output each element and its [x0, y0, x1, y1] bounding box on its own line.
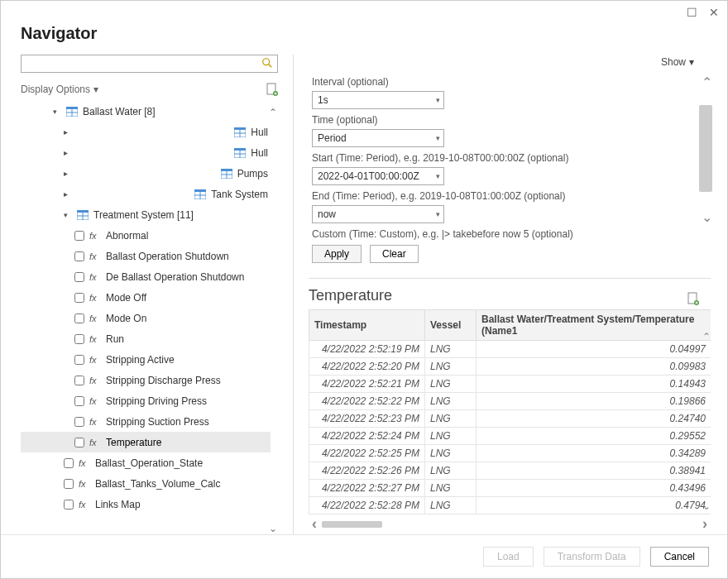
expand-icon[interactable]	[64, 189, 189, 199]
expand-icon[interactable]	[64, 148, 229, 157]
table-row[interactable]: 4/22/2022 2:52:23 PMLNG0.24740	[309, 410, 711, 428]
cell-vessel: LNG	[425, 358, 477, 376]
tree-leaf[interactable]: fxMode Off	[21, 287, 268, 308]
tree-checkbox[interactable]	[64, 500, 74, 510]
tree-label: Pumps	[237, 168, 268, 179]
clear-button[interactable]: Clear	[370, 245, 419, 263]
tree-checkbox[interactable]	[74, 334, 84, 344]
table-row[interactable]: 4/22/2022 2:52:27 PMLNG0.43496	[309, 480, 711, 497]
search-input[interactable]	[21, 55, 278, 73]
table-row[interactable]: 4/22/2022 2:52:26 PMLNG0.38941	[309, 462, 711, 480]
nav-tree[interactable]: Ballast Water [8] HullHullPumpsTank Syst…	[21, 101, 278, 514]
transform-data-button[interactable]: Transform Data	[544, 547, 640, 567]
tree-node-ballast-water[interactable]: Ballast Water [8]	[21, 101, 268, 122]
tree-label: De Ballast Operation Shutdown	[106, 271, 244, 283]
column-header[interactable]: Vessel	[425, 310, 477, 341]
tree-checkbox[interactable]	[64, 458, 74, 468]
tree-leaf[interactable]: fxBallast_Operation_State	[21, 452, 268, 473]
tree-leaf[interactable]: fxTemperature	[21, 432, 271, 452]
scroll-down-icon[interactable]: ⌄	[701, 500, 711, 512]
table-row[interactable]: 4/22/2022 2:52:22 PMLNG0.19866	[309, 393, 711, 410]
refresh-sheet-icon[interactable]	[687, 292, 699, 305]
tree-checkbox[interactable]	[74, 272, 84, 282]
tree-node[interactable]: Pumps	[21, 163, 268, 184]
table-row[interactable]: 4/22/2022 2:52:20 PMLNG0.09983	[309, 358, 711, 376]
params-scrollbar[interactable]: ⌃ ⌄	[699, 72, 714, 225]
cell-value: 0.34289	[477, 445, 711, 462]
grid-vertical-scrollbar[interactable]: ⌃ ⌄	[701, 333, 711, 512]
cell-vessel: LNG	[425, 428, 477, 445]
table-row[interactable]: 4/22/2022 2:52:25 PMLNG0.34289	[309, 445, 711, 462]
tree-checkbox[interactable]	[74, 355, 84, 365]
cell-value: 0.38941	[477, 462, 711, 480]
column-header[interactable]: Timestamp	[309, 310, 425, 341]
tree-leaf[interactable]: fxStripping Driving Press	[21, 390, 268, 411]
cell-timestamp: 4/22/2022 2:52:26 PM	[309, 462, 425, 480]
scroll-left-icon[interactable]: ‹	[312, 515, 317, 533]
tree-scrollbar[interactable]: ⌃ ⌄	[266, 101, 278, 534]
cell-vessel: LNG	[425, 497, 477, 514]
page-title: Navigator	[21, 24, 707, 43]
tree-checkbox[interactable]	[74, 231, 84, 241]
scroll-down-icon[interactable]: ⌄	[699, 209, 714, 225]
show-dropdown[interactable]: Show ▾	[661, 56, 694, 68]
tree-leaf[interactable]: fxStripping Active	[21, 349, 268, 370]
tree-leaf[interactable]: fxStripping Suction Press	[21, 411, 268, 432]
cell-value: 0.04997	[477, 341, 711, 358]
tree-node[interactable]: Tank System	[21, 184, 268, 204]
tree-node[interactable]: Treatment System [11]	[21, 204, 268, 225]
end-combo[interactable]: now ▾	[312, 205, 444, 223]
new-sheet-icon[interactable]	[266, 83, 278, 96]
expand-icon[interactable]	[64, 127, 229, 136]
tree-leaf[interactable]: fxLinks Map	[21, 494, 268, 514]
table-row[interactable]: 4/22/2022 2:52:21 PMLNG0.14943	[309, 376, 711, 393]
tree-leaf[interactable]: fxStripping Discharge Press	[21, 370, 268, 390]
scroll-up-icon[interactable]: ⌃	[699, 74, 714, 90]
display-options-dropdown[interactable]: Display Options ▾	[21, 84, 98, 95]
time-combo[interactable]: Period ▾	[312, 129, 444, 147]
tree-checkbox[interactable]	[64, 479, 74, 489]
tree-checkbox[interactable]	[74, 396, 84, 406]
maximize-icon[interactable]: ☐	[687, 6, 697, 19]
scroll-up-icon[interactable]: ⌃	[266, 107, 278, 118]
footer: Load Transform Data Cancel	[1, 535, 727, 578]
cancel-button[interactable]: Cancel	[650, 547, 709, 567]
tree-leaf[interactable]: fxAbnormal	[21, 225, 268, 246]
table-row[interactable]: 4/22/2022 2:52:28 PMLNG0.4794	[309, 497, 711, 514]
close-icon[interactable]: ✕	[709, 6, 719, 19]
table-row[interactable]: 4/22/2022 2:52:24 PMLNG0.29552	[309, 428, 711, 445]
grid-horizontal-scrollbar[interactable]: ‹ ›	[309, 514, 711, 534]
results-grid[interactable]: TimestampVesselBallast Water/Treatment S…	[309, 309, 711, 534]
apply-button[interactable]: Apply	[312, 245, 362, 263]
time-value: Period	[318, 132, 347, 144]
tree-node[interactable]: Hull	[21, 122, 268, 142]
scroll-right-icon[interactable]: ›	[702, 515, 707, 533]
table-row[interactable]: 4/22/2022 2:52:19 PMLNG0.04997	[309, 341, 711, 358]
tree-checkbox[interactable]	[74, 376, 84, 385]
expand-icon[interactable]	[64, 211, 72, 219]
tree-checkbox[interactable]	[74, 313, 84, 323]
tree-leaf[interactable]: fxMode On	[21, 308, 268, 328]
tree-leaf[interactable]: fxRun	[21, 328, 268, 349]
start-combo[interactable]: 2022-04-01T00:00:00Z ▾	[312, 167, 444, 185]
scrollbar-thumb[interactable]	[699, 105, 712, 192]
scroll-up-icon[interactable]: ⌃	[701, 331, 711, 342]
end-label: End (Time: Period), e.g. 2019-10-08T01:0…	[312, 190, 711, 202]
tree-leaf[interactable]: fxBallast Operation Shutdown	[21, 246, 268, 266]
tree-checkbox[interactable]	[74, 293, 84, 303]
tree-label: Abnormal	[106, 230, 148, 242]
tree-checkbox[interactable]	[74, 438, 84, 447]
column-header[interactable]: Ballast Water/Treatment System/Temperatu…	[477, 310, 711, 341]
load-button[interactable]: Load	[483, 547, 534, 567]
tree-node[interactable]: Hull	[21, 142, 268, 163]
tree-leaf[interactable]: fxDe Ballast Operation Shutdown	[21, 266, 268, 287]
tree-checkbox[interactable]	[74, 417, 84, 427]
expand-icon[interactable]	[64, 169, 216, 178]
expand-icon[interactable]	[53, 108, 61, 116]
tree-leaf[interactable]: fxBallast_Tanks_Volume_Calc	[21, 473, 268, 494]
scroll-down-icon[interactable]: ⌄	[266, 523, 278, 534]
tree-label: Ballast_Tanks_Volume_Calc	[95, 478, 220, 490]
scrollbar-thumb[interactable]	[322, 521, 382, 528]
interval-combo[interactable]: 1s ▾	[312, 91, 444, 109]
tree-checkbox[interactable]	[74, 251, 84, 261]
